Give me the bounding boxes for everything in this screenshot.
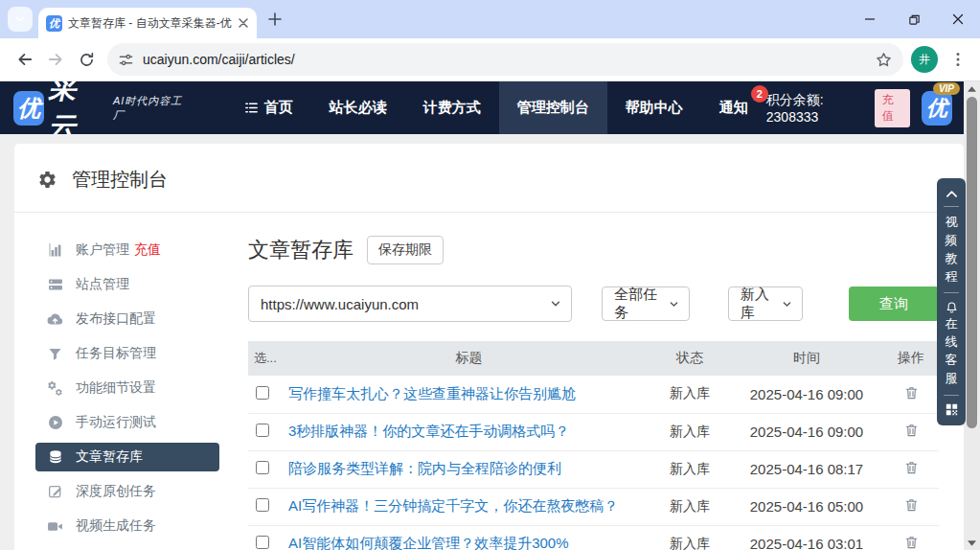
site-settings-icon[interactable] [119,53,133,67]
tab-title: 文章暂存库 - 自动文章采集器-优 [68,15,232,32]
address-bar[interactable]: ucaiyun.com/caiji/articles/ [107,43,903,76]
tab-search-button[interactable] [8,7,33,32]
tab-close-icon[interactable] [238,17,249,29]
sidebar-item-task-targets[interactable]: 任务目标管理 [35,339,219,368]
sidebar-item-label: 文章暂存库 [76,448,143,466]
logo-tagline: AI时代内容工厂 [113,94,186,123]
nav-item-label: 管理控制台 [517,99,589,117]
article-link[interactable]: AI写作神器！三分钟搞定千字文，你还在熬夜憋稿？ [288,497,618,514]
site-select[interactable]: https://www.ucaiyun.com [248,286,572,322]
nav-item-console[interactable]: 管理控制台 [499,81,607,134]
sidebar-item-video-tasks[interactable]: 视频生成任务 [35,512,219,540]
video-tutorial-link[interactable]: 视频教程 [945,214,959,286]
sidebar-item-manual-test[interactable]: 手动运行测试 [35,408,219,437]
sidebar-item-label: 视频生成任务 [76,517,156,535]
sidebar-item-feature-settings[interactable]: 功能细节设置 [35,374,219,402]
url-text[interactable]: ucaiyun.com/caiji/articles/ [143,52,876,67]
query-button[interactable]: 查询 [849,286,939,321]
restore-button[interactable] [892,0,936,38]
row-checkbox[interactable] [256,461,269,474]
table-row: 写作撞车太扎心？这些查重神器让你告别尴尬 新入库 2025-04-16 09:0… [248,376,939,413]
content-card: 管理控制台 账户管理 充值 站点 [14,144,964,550]
chevron-down-icon [782,299,792,309]
browser-menu-icon[interactable] [946,47,970,72]
task-select[interactable]: 全部任务 [602,286,690,321]
row-checkbox[interactable] [256,386,269,400]
col-title: 标题 [288,341,650,376]
col-actions: 操作 [883,341,939,376]
recharge-button[interactable]: 充值 [875,89,910,127]
chevron-down-icon [550,298,561,309]
row-status: 新入库 [650,450,730,488]
user-avatar[interactable]: 优 VIP [922,91,952,126]
card-header: 管理控制台 [14,144,964,213]
row-checkbox[interactable] [256,424,269,437]
nav-item-must-read[interactable]: 站长必读 [311,81,405,134]
avatar-text: 优 [926,94,947,123]
nav-item-notifications[interactable]: 通知 2 [701,81,766,134]
sidebar-recharge-link[interactable]: 充值 [134,241,161,259]
sidebar-item-original-tasks[interactable]: 深度原创任务 [35,477,219,506]
sidebar-item-publish-api[interactable]: 发布接口配置 [35,305,219,333]
site-favicon: 优 [46,15,62,32]
logo-icon: 优 [13,91,44,126]
article-link[interactable]: 写作撞车太扎心？这些查重神器让你告别尴尬 [288,385,576,401]
row-time: 2025-04-16 05:00 [730,488,883,525]
page-title: 管理控制台 [72,167,168,193]
filter-row: https://www.ucaiyun.com 全部任务 [248,286,939,322]
browser-tabstrip: 优 文章暂存库 - 自动文章采集器-优 [0,0,980,38]
online-service-link[interactable]: 在线客服 [945,315,959,387]
page-scrollbar[interactable] [964,81,980,550]
chevron-up-icon[interactable] [946,189,958,198]
database-icon [47,449,63,465]
trash-icon[interactable] [904,460,919,475]
bell-icon[interactable] [946,301,958,314]
gears-icon [47,380,63,397]
trash-icon[interactable] [904,423,919,438]
section-title: 文章暂存库 [248,236,353,264]
row-checkbox[interactable] [256,536,269,549]
save-period-button[interactable]: 保存期限 [367,236,444,264]
trash-icon[interactable] [904,385,919,401]
app-window: 优 文章暂存库 - 自动文章采集器-优 [0,0,980,550]
video-icon [47,518,63,535]
sidebar-item-label: 账户管理 [76,241,129,259]
close-window-button[interactable] [936,0,980,38]
row-checkbox[interactable] [256,498,269,512]
row-time: 2025-04-16 03:01 [730,525,883,550]
edit-icon [47,484,63,499]
scroll-up-arrow[interactable] [964,81,980,96]
browser-profile-avatar[interactable]: 井 [911,46,938,73]
nav-item-home[interactable]: 首页 [226,81,311,134]
sidebar-item-label: 站点管理 [76,276,129,293]
sidebar-item-account[interactable]: 账户管理 充值 [35,236,219,264]
scrollbar-thumb[interactable] [967,97,977,428]
row-time: 2025-04-16 09:00 [730,413,883,450]
sidebar-item-article-store[interactable]: 文章暂存库 [35,443,219,471]
qr-code-icon[interactable] [946,403,958,416]
nav-item-label: 站长必读 [330,99,387,117]
gear-icon [37,170,57,190]
server-icon [47,277,63,292]
bookmark-star-icon[interactable] [876,52,892,68]
trash-icon[interactable] [904,535,919,550]
scroll-down-arrow[interactable] [964,536,980,550]
minimize-button[interactable] [848,0,892,38]
task-select-value: 全部任务 [614,286,661,322]
points-balance: 积分余额: 2308333 [766,92,867,125]
trash-icon[interactable] [904,497,919,513]
article-link[interactable]: AI智能体如何颠覆企业管理？效率提升300% [288,535,569,550]
sidebar-item-sites[interactable]: 站点管理 [35,270,219,299]
article-link[interactable]: 3秒排版神器！你的文章还在手动调格式吗？ [288,423,569,439]
nav-right-group: 积分余额: 2308333 充值 优 VIP [766,89,964,127]
article-link[interactable]: 陪诊服务类型详解：院内与全程陪诊的便利 [288,460,561,476]
nav-item-label: 首页 [264,99,293,117]
browser-tab[interactable]: 优 文章暂存库 - 自动文章采集器-优 [38,8,257,38]
status-select[interactable]: 新入库 [728,286,803,321]
row-status: 新入库 [650,488,730,525]
nav-item-help[interactable]: 帮助中心 [607,81,701,134]
new-tab-button[interactable] [268,12,282,26]
nav-item-label: 通知 [719,99,748,117]
nav-item-pricing[interactable]: 计费方式 [405,81,499,134]
divider [944,206,959,207]
